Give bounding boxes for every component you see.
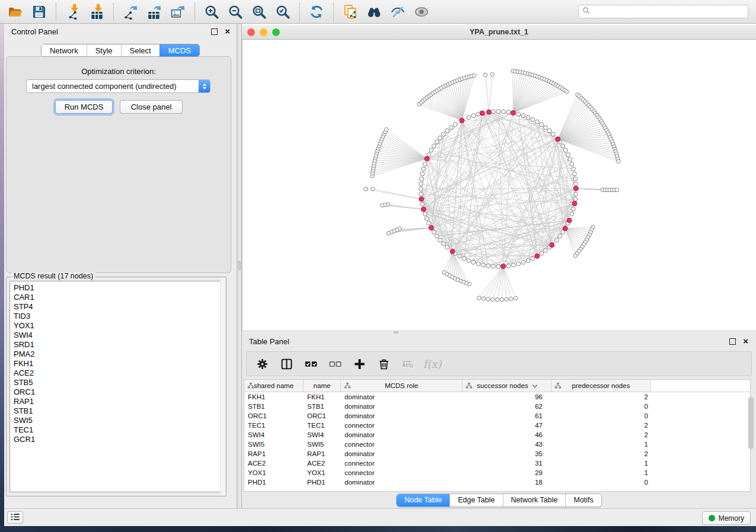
- task-history-button[interactable]: [7, 511, 23, 524]
- column-header-name[interactable]: name: [304, 380, 341, 392]
- shared-column-icon: [554, 382, 562, 389]
- list-item[interactable]: SRD1: [10, 340, 222, 350]
- export-table-button[interactable]: [143, 2, 165, 21]
- shared-column-icon: [465, 382, 473, 389]
- float-panel-icon[interactable]: [729, 338, 736, 345]
- table-row[interactable]: RAP1RAP1dominator352: [244, 449, 750, 459]
- search-icon: [582, 7, 591, 17]
- table-row[interactable]: ACE2ACE2connector311: [244, 459, 750, 468]
- table-row[interactable]: SWI4SWI4dominator462: [244, 430, 750, 440]
- list-item[interactable]: TEC1: [10, 425, 222, 435]
- run-mcds-button[interactable]: Run MCDS: [55, 100, 113, 114]
- table-row[interactable]: PHD1PHD1dominator180: [244, 477, 750, 487]
- list-item[interactable]: CAR1: [10, 293, 222, 302]
- tab-motifs[interactable]: Motifs: [565, 494, 601, 507]
- zoom-selected-icon: [275, 4, 291, 20]
- table-row[interactable]: TEC1TEC1connector472: [244, 421, 750, 430]
- splitter-handle[interactable]: [238, 261, 241, 270]
- export-image-icon: [170, 4, 186, 20]
- list-item[interactable]: TID3: [10, 312, 222, 321]
- close-panel-button[interactable]: Close panel: [120, 100, 183, 114]
- cell: 0: [551, 412, 651, 419]
- first-neighbors-button[interactable]: [363, 2, 385, 21]
- import-network-button[interactable]: [62, 2, 84, 21]
- list-item[interactable]: STB1: [10, 406, 222, 416]
- refresh-layout-icon: [309, 4, 324, 20]
- list-item[interactable]: SWI5: [10, 416, 222, 425]
- add-column-button[interactable]: [352, 357, 366, 371]
- tab-network[interactable]: Network: [42, 44, 87, 56]
- tab-select[interactable]: Select: [121, 44, 160, 56]
- zoom-fit-button[interactable]: [248, 2, 270, 21]
- cell: 2: [551, 422, 651, 429]
- list-item[interactable]: PMA2: [10, 350, 222, 359]
- float-panel-icon[interactable]: [211, 28, 218, 35]
- cell: ACE2: [244, 460, 304, 467]
- delete-column-button[interactable]: [377, 357, 391, 371]
- table-row[interactable]: SWI5SWI5connector431: [244, 440, 750, 449]
- vertical-splitter[interactable]: [237, 24, 242, 508]
- list-item[interactable]: GCR1: [10, 435, 222, 444]
- table-row[interactable]: ORC1ORC1dominator610: [244, 411, 750, 421]
- zoom-out-button[interactable]: [224, 2, 247, 21]
- memory-button[interactable]: Memory: [702, 511, 751, 525]
- import-table-button[interactable]: [85, 2, 108, 21]
- list-item[interactable]: RAP1: [10, 397, 222, 406]
- list-item[interactable]: STB5: [10, 378, 222, 387]
- list-item[interactable]: ACE2: [10, 368, 222, 378]
- tab-network-table[interactable]: Network Table: [503, 494, 566, 507]
- export-image-button[interactable]: [167, 2, 189, 21]
- zoom-selected-button[interactable]: [272, 2, 294, 21]
- tab-mcds[interactable]: MCDS: [160, 44, 199, 56]
- network-canvas[interactable]: [242, 40, 756, 331]
- settings-button[interactable]: [255, 357, 269, 371]
- cell: 1: [551, 460, 651, 467]
- list-item[interactable]: ORC1: [10, 387, 222, 397]
- list-scrollbar[interactable]: [220, 278, 225, 495]
- table-panel-titlebar: Table Panel ×: [242, 334, 756, 349]
- search-input[interactable]: [593, 7, 744, 17]
- first-neighbors-icon: [366, 4, 382, 20]
- cell: YOX1: [304, 469, 341, 476]
- column-header-mcds-role[interactable]: MCDS role: [341, 380, 462, 392]
- search-box[interactable]: [578, 5, 748, 18]
- table-scrollbar[interactable]: [748, 397, 754, 449]
- refresh-layout-button[interactable]: [305, 2, 328, 21]
- column-header-successor-nodes[interactable]: successor nodes: [462, 380, 551, 392]
- export-network-button[interactable]: [119, 2, 142, 21]
- hide-selected-button[interactable]: [387, 2, 409, 21]
- network-title: YPA_prune.txt_1: [242, 28, 756, 36]
- tab-edge-table[interactable]: Edge Table: [449, 494, 502, 507]
- toolbar: [0, 0, 756, 24]
- zoom-in-button[interactable]: [200, 2, 223, 21]
- table-row[interactable]: YOX1YOX1connector291: [244, 468, 750, 477]
- column-header-shared-name[interactable]: shared name: [244, 380, 304, 392]
- table-row[interactable]: FKH1FKH1dominator962: [244, 392, 750, 402]
- split-view-button[interactable]: [279, 357, 294, 371]
- list-item[interactable]: SWI4: [10, 331, 222, 340]
- deselect-all-button[interactable]: [328, 357, 342, 371]
- tab-style[interactable]: Style: [87, 44, 121, 56]
- cell: ACE2: [304, 460, 341, 467]
- column-header-predecessor-nodes[interactable]: predecessor nodes: [551, 380, 651, 392]
- list-item[interactable]: PHD1: [10, 281, 222, 293]
- list-item[interactable]: FKH1: [10, 359, 222, 368]
- cell: SWI4: [304, 431, 341, 438]
- tab-node-table[interactable]: Node Table: [397, 494, 449, 507]
- zoom-out-icon: [228, 4, 243, 20]
- close-panel-icon[interactable]: ×: [225, 26, 230, 37]
- open-session-button[interactable]: [4, 2, 27, 21]
- table-row[interactable]: STB1STB1dominator620: [244, 402, 750, 411]
- mcds-result-list[interactable]: PHD1CAR1STP4TID3YOX1SWI4SRD1PMA2FKH1ACE2…: [9, 281, 223, 492]
- clone-network-button[interactable]: [339, 2, 362, 21]
- show-all-button[interactable]: [410, 2, 433, 21]
- mcds-result-title: MCDS result (17 nodes): [11, 272, 95, 280]
- criterion-select[interactable]: largest connected component (undirected): [26, 79, 210, 93]
- select-all-button[interactable]: [304, 357, 318, 371]
- save-session-button[interactable]: [28, 2, 50, 21]
- table-toolbar: f(x): [246, 351, 752, 376]
- list-item[interactable]: STP4: [10, 302, 222, 312]
- status-bar: Memory: [4, 508, 756, 526]
- list-item[interactable]: YOX1: [10, 321, 222, 331]
- close-panel-icon[interactable]: ×: [743, 336, 748, 347]
